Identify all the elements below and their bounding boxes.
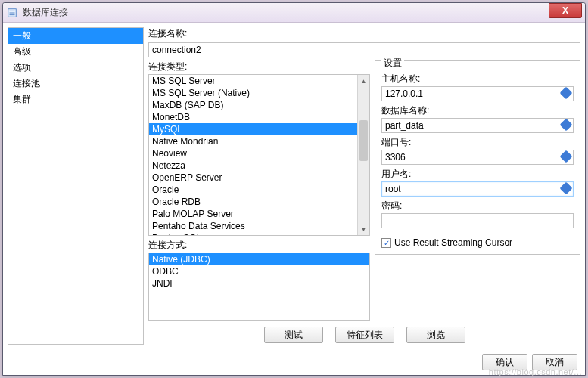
- connection-type-list[interactable]: MS SQL ServerMS SQL Server (Native)MaxDB…: [148, 74, 370, 236]
- list-item[interactable]: JNDI: [149, 277, 369, 290]
- connection-name-input[interactable]: [148, 42, 580, 57]
- list-item[interactable]: Native Mondrian: [149, 135, 357, 147]
- sidebar-item-cluster[interactable]: 集群: [8, 91, 143, 107]
- list-item[interactable]: ODBC: [149, 265, 369, 277]
- host-label: 主机名称:: [381, 73, 574, 85]
- connection-mode-list[interactable]: Native (JDBC)ODBCJNDI: [148, 253, 370, 321]
- list-item[interactable]: PostgreSQL: [149, 232, 357, 235]
- list-item[interactable]: Palo MOLAP Server: [149, 208, 357, 220]
- streaming-label: Use Result Streaming Cursor: [394, 237, 512, 248]
- scroll-down-icon[interactable]: ▼: [358, 223, 369, 235]
- cancel-button[interactable]: 取消: [532, 354, 577, 370]
- list-item[interactable]: MySQL: [149, 123, 357, 135]
- list-item[interactable]: MaxDB (SAP DB): [149, 99, 357, 111]
- list-item[interactable]: Native (JDBC): [149, 253, 369, 265]
- database-input[interactable]: [381, 118, 574, 133]
- list-item[interactable]: MonetDB: [149, 111, 357, 123]
- scrollbar[interactable]: ▲ ▼: [357, 75, 369, 235]
- content-area: 一般 高级 选项 连接池 集群 连接名称: 连接类型: MS SQL Serve…: [3, 23, 585, 349]
- sidebar-item-advanced[interactable]: 高级: [8, 44, 143, 60]
- streaming-checkbox[interactable]: ✓: [381, 238, 391, 248]
- sidebar-item-general[interactable]: 一般: [8, 28, 143, 44]
- host-input[interactable]: [381, 86, 574, 101]
- scroll-up-icon[interactable]: ▲: [358, 75, 369, 87]
- close-button[interactable]: X: [549, 3, 582, 18]
- username-label: 用户名:: [381, 168, 574, 181]
- app-icon: [6, 7, 18, 19]
- username-input[interactable]: [381, 181, 574, 197]
- password-input[interactable]: [381, 213, 574, 228]
- list-item[interactable]: Oracle: [149, 184, 357, 196]
- features-button[interactable]: 特征列表: [335, 327, 394, 343]
- settings-legend: 设置: [381, 57, 404, 70]
- close-icon: X: [562, 5, 568, 16]
- test-button[interactable]: 测试: [264, 327, 323, 343]
- category-sidebar: 一般 高级 选项 连接池 集群: [8, 27, 144, 345]
- list-item[interactable]: OpenERP Server: [149, 172, 357, 184]
- list-item[interactable]: Neoview: [149, 147, 357, 160]
- list-item[interactable]: MS SQL Server (Native): [149, 87, 357, 99]
- sidebar-item-options[interactable]: 选项: [8, 60, 143, 76]
- list-item[interactable]: MS SQL Server: [149, 75, 357, 87]
- ok-button[interactable]: 确认: [482, 354, 527, 370]
- window-title: 数据库连接: [23, 6, 68, 19]
- titlebar[interactable]: 数据库连接 X: [3, 3, 585, 23]
- browse-button[interactable]: 浏览: [406, 327, 465, 343]
- settings-fieldset: 设置 主机名称: 数据库名称: 端口号:: [375, 60, 580, 255]
- list-item[interactable]: Netezza: [149, 160, 357, 172]
- list-item[interactable]: Pentaho Data Services: [149, 220, 357, 232]
- connection-mode-label: 连接方式:: [148, 239, 370, 252]
- list-item[interactable]: Oracle RDB: [149, 196, 357, 208]
- password-label: 密码:: [381, 200, 574, 212]
- action-buttons: 测试 特征列表 浏览: [148, 324, 580, 345]
- sidebar-item-pool[interactable]: 连接池: [8, 76, 143, 91]
- port-label: 端口号:: [381, 136, 574, 149]
- scroll-thumb[interactable]: [359, 120, 368, 161]
- connection-type-label: 连接类型:: [148, 60, 370, 73]
- dialog-window: 数据库连接 X 一般 高级 选项 连接池 集群 连接名称: 连接类型: MS S…: [2, 2, 586, 376]
- dialog-footer: 确认 取消: [482, 354, 577, 370]
- port-input[interactable]: [381, 150, 574, 165]
- database-label: 数据库名称:: [381, 104, 574, 117]
- connection-name-label: 连接名称:: [148, 27, 580, 40]
- main-panel: 连接名称: 连接类型: MS SQL ServerMS SQL Server (…: [148, 27, 580, 345]
